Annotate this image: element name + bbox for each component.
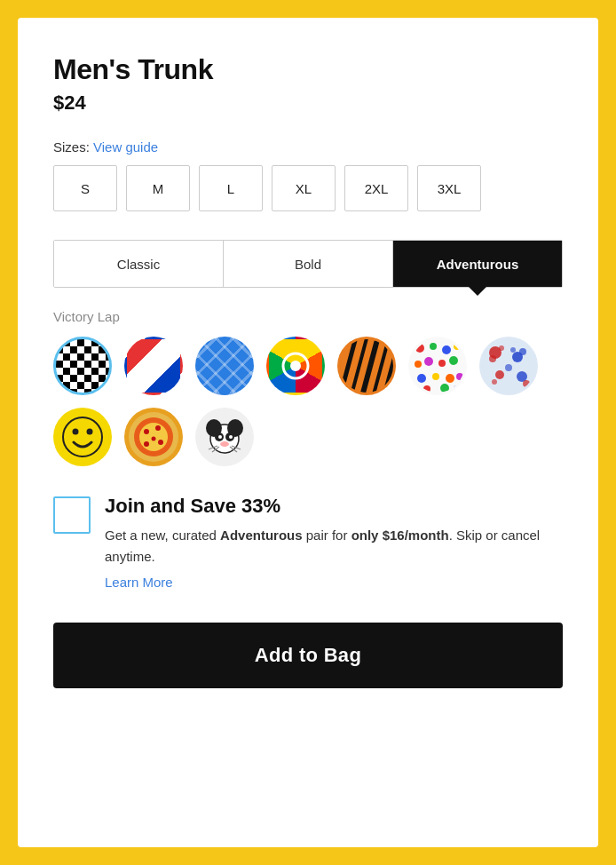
svg-point-18 bbox=[432, 373, 439, 380]
svg-point-47 bbox=[152, 437, 156, 441]
svg-point-37 bbox=[63, 417, 102, 456]
svg-point-1 bbox=[290, 361, 301, 371]
style-tabs: Classic Bold Adventurous bbox=[53, 240, 563, 288]
pattern-panda[interactable] bbox=[195, 408, 254, 466]
svg-point-17 bbox=[417, 374, 426, 383]
svg-point-35 bbox=[505, 364, 512, 371]
svg-point-56 bbox=[220, 441, 229, 447]
size-2xl[interactable]: 2XL bbox=[344, 165, 408, 211]
svg-point-30 bbox=[510, 347, 516, 353]
svg-point-27 bbox=[499, 345, 504, 351]
svg-point-29 bbox=[519, 348, 526, 355]
svg-point-54 bbox=[218, 435, 222, 439]
svg-point-26 bbox=[489, 355, 496, 362]
subscribe-description: Get a new, curated Adventurous pair for … bbox=[105, 525, 563, 567]
size-l[interactable]: L bbox=[199, 165, 263, 211]
svg-point-44 bbox=[155, 425, 161, 431]
subscribe-section: Join and Save 33% Get a new, curated Adv… bbox=[53, 495, 563, 591]
pattern-colorful[interactable] bbox=[266, 337, 325, 395]
svg-point-32 bbox=[492, 379, 497, 385]
svg-point-16 bbox=[449, 356, 458, 365]
svg-point-22 bbox=[440, 384, 449, 393]
size-m[interactable]: M bbox=[126, 165, 190, 211]
tab-adventurous[interactable]: Adventurous bbox=[393, 241, 562, 287]
learn-more-link[interactable]: Learn More bbox=[105, 575, 173, 590]
svg-point-23 bbox=[454, 385, 461, 393]
size-s[interactable]: S bbox=[53, 165, 117, 211]
svg-point-9 bbox=[415, 344, 424, 353]
svg-point-34 bbox=[523, 380, 530, 387]
svg-point-43 bbox=[144, 429, 149, 434]
size-3xl[interactable]: 3XL bbox=[417, 165, 481, 211]
pattern-blue-geo[interactable] bbox=[195, 337, 254, 395]
pattern-splatter[interactable] bbox=[479, 337, 538, 395]
subscribe-checkbox[interactable] bbox=[53, 496, 91, 534]
svg-point-38 bbox=[73, 429, 79, 435]
svg-point-31 bbox=[495, 370, 504, 379]
svg-point-14 bbox=[424, 357, 433, 366]
tab-classic[interactable]: Classic bbox=[54, 241, 224, 287]
svg-point-55 bbox=[229, 435, 233, 439]
svg-point-39 bbox=[87, 429, 93, 435]
svg-point-46 bbox=[144, 441, 149, 447]
pattern-checkerboard[interactable] bbox=[53, 337, 112, 395]
pattern-smiley[interactable] bbox=[53, 408, 112, 466]
subscribe-title: Join and Save 33% bbox=[105, 495, 563, 518]
tab-bold[interactable]: Bold bbox=[224, 241, 393, 287]
pattern-grid bbox=[53, 337, 563, 466]
subscribe-text: Join and Save 33% Get a new, curated Adv… bbox=[105, 495, 563, 591]
product-title: Men's Trunk bbox=[53, 53, 563, 86]
svg-point-45 bbox=[158, 440, 163, 445]
svg-point-19 bbox=[446, 374, 454, 383]
size-xl[interactable]: XL bbox=[272, 165, 336, 211]
size-selector: S M L XL 2XL 3XL bbox=[53, 165, 563, 211]
add-to-bag-button[interactable]: Add to Bag bbox=[53, 623, 563, 688]
view-guide-link[interactable]: View guide bbox=[93, 139, 158, 155]
product-price: $24 bbox=[53, 91, 563, 115]
svg-point-15 bbox=[438, 360, 446, 367]
pattern-tricolor[interactable] bbox=[124, 337, 183, 395]
svg-point-20 bbox=[456, 373, 463, 380]
sizes-label: Sizes: View guide bbox=[53, 139, 563, 155]
product-card: Men's Trunk $24 Sizes: View guide S M L … bbox=[18, 18, 598, 847]
svg-point-13 bbox=[415, 361, 422, 368]
svg-point-12 bbox=[454, 343, 461, 350]
pattern-pizza[interactable] bbox=[124, 408, 183, 466]
svg-point-21 bbox=[423, 385, 430, 393]
pattern-section-label: Victory Lap bbox=[53, 309, 563, 324]
pattern-tiger[interactable] bbox=[337, 337, 396, 395]
svg-point-10 bbox=[430, 343, 437, 350]
svg-point-11 bbox=[442, 345, 451, 354]
pattern-polkadots[interactable] bbox=[408, 337, 467, 395]
